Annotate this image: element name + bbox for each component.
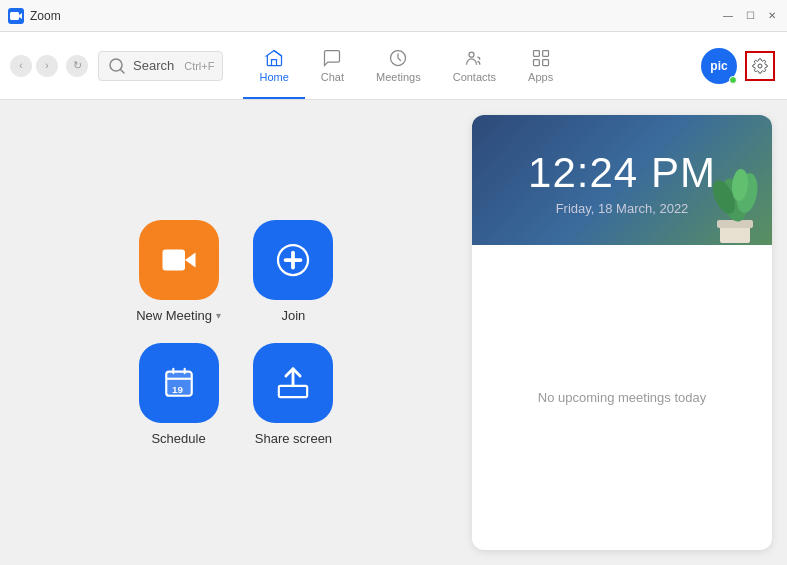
join-item: Join [251, 220, 336, 323]
tab-contacts-label: Contacts [453, 71, 496, 83]
tab-apps-label: Apps [528, 71, 553, 83]
main-content: New Meeting ▾ Join [0, 100, 787, 565]
apps-icon [531, 48, 551, 68]
date-display: Friday, 18 March, 2022 [556, 201, 689, 216]
calendar-icon: 19 [162, 366, 196, 400]
title-bar: Zoom — ☐ ✕ [0, 0, 787, 32]
join-label: Join [282, 308, 306, 323]
svg-rect-5 [533, 51, 539, 57]
search-icon [107, 56, 127, 76]
contacts-icon [464, 48, 484, 68]
tab-home-label: Home [259, 71, 288, 83]
app-title: Zoom [30, 9, 61, 23]
tab-meetings-label: Meetings [376, 71, 421, 83]
search-label: Search [133, 58, 174, 73]
home-icon [264, 48, 284, 68]
tab-chat-label: Chat [321, 71, 344, 83]
search-box[interactable]: Search Ctrl+F [98, 51, 223, 81]
share-screen-item: Share screen [251, 343, 336, 446]
svg-rect-10 [162, 249, 185, 270]
gear-icon [752, 58, 768, 74]
share-screen-label: Share screen [255, 431, 332, 446]
svg-rect-6 [542, 51, 548, 57]
forward-button[interactable]: › [36, 55, 58, 77]
chat-icon [322, 48, 342, 68]
back-button[interactable]: ‹ [10, 55, 32, 77]
tab-chat[interactable]: Chat [305, 32, 360, 99]
svg-text:19: 19 [171, 383, 183, 394]
maximize-button[interactable]: ☐ [743, 9, 757, 23]
search-shortcut: Ctrl+F [184, 60, 214, 72]
upload-icon [276, 366, 310, 400]
tab-contacts[interactable]: Contacts [437, 32, 512, 99]
svg-rect-16 [279, 385, 307, 396]
svg-line-2 [121, 69, 125, 73]
new-meeting-item: New Meeting ▾ [136, 220, 221, 323]
time-display: 12:24 PM [528, 149, 716, 197]
refresh-button[interactable]: ↻ [66, 55, 88, 77]
window-controls: — ☐ ✕ [721, 9, 779, 23]
nav-bar: ‹ › ↻ Search Ctrl+F Home Chat [0, 32, 787, 100]
action-grid: New Meeting ▾ Join [136, 220, 336, 446]
plant-decoration [692, 155, 772, 245]
share-screen-button[interactable] [253, 343, 333, 423]
plus-icon [275, 242, 311, 278]
status-dot [729, 76, 737, 84]
svg-rect-7 [533, 60, 539, 66]
tab-meetings[interactable]: Meetings [360, 32, 437, 99]
join-button[interactable] [253, 220, 333, 300]
settings-button[interactable] [745, 51, 775, 81]
schedule-item: 19 Schedule [136, 343, 221, 446]
video-icon [161, 242, 197, 278]
minimize-button[interactable]: — [721, 9, 735, 23]
left-panel: New Meeting ▾ Join [0, 100, 472, 565]
no-meetings-text: No upcoming meetings today [472, 245, 772, 550]
meetings-icon [388, 48, 408, 68]
new-meeting-button[interactable] [139, 220, 219, 300]
tab-apps[interactable]: Apps [512, 32, 569, 99]
close-button[interactable]: ✕ [765, 9, 779, 23]
schedule-button[interactable]: 19 [139, 343, 219, 423]
nav-arrows: ‹ › [10, 55, 58, 77]
right-panel: 12:24 PM Friday, 18 March, 2022 No upcom… [472, 115, 772, 550]
dropdown-arrow: ▾ [216, 310, 221, 321]
calendar-header: 12:24 PM Friday, 18 March, 2022 [472, 115, 772, 245]
new-meeting-label: New Meeting ▾ [136, 308, 221, 323]
svg-rect-19 [717, 220, 753, 228]
nav-right: pic [701, 48, 737, 84]
nav-tabs: Home Chat Meetings Contacts [243, 32, 569, 99]
schedule-label: Schedule [151, 431, 205, 446]
app-icon [8, 8, 24, 24]
svg-rect-8 [542, 60, 548, 66]
avatar-wrapper: pic [701, 48, 737, 84]
svg-point-9 [758, 64, 762, 68]
svg-point-4 [469, 52, 474, 57]
tab-home[interactable]: Home [243, 32, 304, 99]
